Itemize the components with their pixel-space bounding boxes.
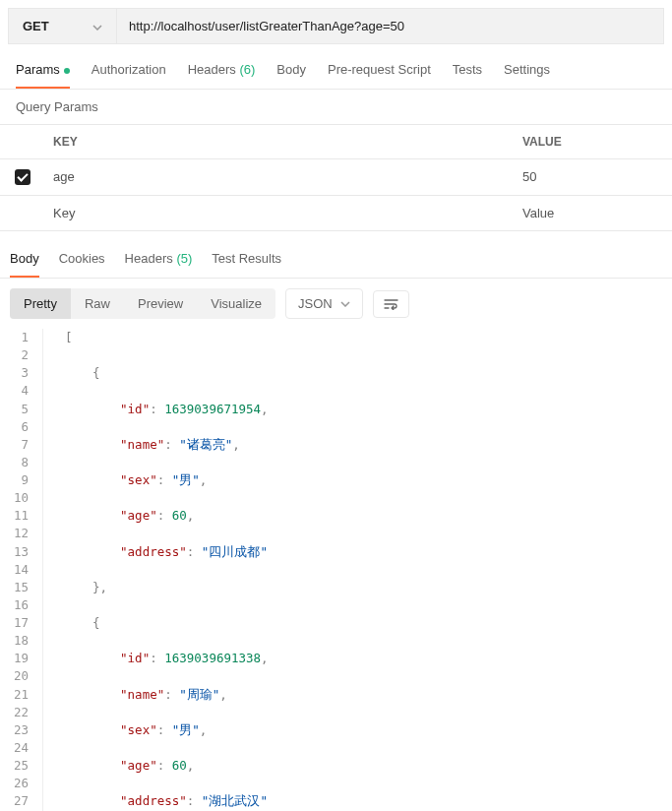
param-key[interactable]: age [45,159,515,195]
view-visualize-button[interactable]: Visualize [197,288,275,319]
method-text: GET [23,19,92,33]
tab-authorization[interactable]: Authorization [92,52,166,89]
response-tabs: Body Cookies Headers (5) Test Results [0,241,672,279]
response-section: Body Cookies Headers (5) Test Results Pr… [0,241,672,811]
check-col-header [0,125,45,158]
format-select[interactable]: JSON [285,288,363,319]
params-table: KEY VALUE age 50 Key Value [0,124,672,231]
chevron-down-icon [340,301,350,307]
resp-tab-body[interactable]: Body [10,241,39,278]
code-body: [ { "id": 1639039671954, "name": "诸葛亮", … [43,329,672,811]
wrap-icon [384,298,398,310]
tab-body[interactable]: Body [276,52,306,89]
dot-indicator [64,68,70,74]
tab-tests[interactable]: Tests [453,52,482,89]
query-params-label: Query Params [0,90,672,124]
key-header: KEY [45,125,515,158]
tab-prerequest[interactable]: Pre-request Script [328,52,431,89]
line-gutter: 1234567891011121314151617181920212223242… [0,329,43,811]
tab-params[interactable]: Params [16,52,70,89]
param-value[interactable]: 50 [515,159,672,195]
checkbox-checked-icon [15,169,31,185]
wrap-lines-button[interactable] [373,290,409,318]
param-value-placeholder[interactable]: Value [515,196,672,230]
view-preview-button[interactable]: Preview [124,288,197,319]
param-key-placeholder[interactable]: Key [45,196,515,230]
view-group: Pretty Raw Preview Visualize [10,288,275,319]
table-row-empty: Key Value [0,196,672,231]
url-input[interactable] [117,9,663,43]
resp-tab-testresults[interactable]: Test Results [212,241,281,278]
table-row: age 50 [0,159,672,196]
params-header: KEY VALUE [0,124,672,159]
view-pretty-button[interactable]: Pretty [10,288,71,319]
value-header: VALUE [515,125,672,158]
tab-settings[interactable]: Settings [504,52,550,89]
row-checkbox-empty[interactable] [0,196,45,230]
code-view[interactable]: 1234567891011121314151617181920212223242… [0,329,672,811]
request-tabs: Params Authorization Headers (6) Body Pr… [0,52,672,90]
request-bar: GET [8,8,664,44]
response-controls: Pretty Raw Preview Visualize JSON [0,279,672,329]
chevron-down-icon [92,19,102,33]
view-raw-button[interactable]: Raw [71,288,124,319]
resp-tab-cookies[interactable]: Cookies [59,241,105,278]
resp-tab-headers[interactable]: Headers (5) [125,241,193,278]
row-checkbox[interactable] [0,159,45,195]
method-select[interactable]: GET [9,9,117,43]
tab-headers[interactable]: Headers (6) [188,52,256,89]
